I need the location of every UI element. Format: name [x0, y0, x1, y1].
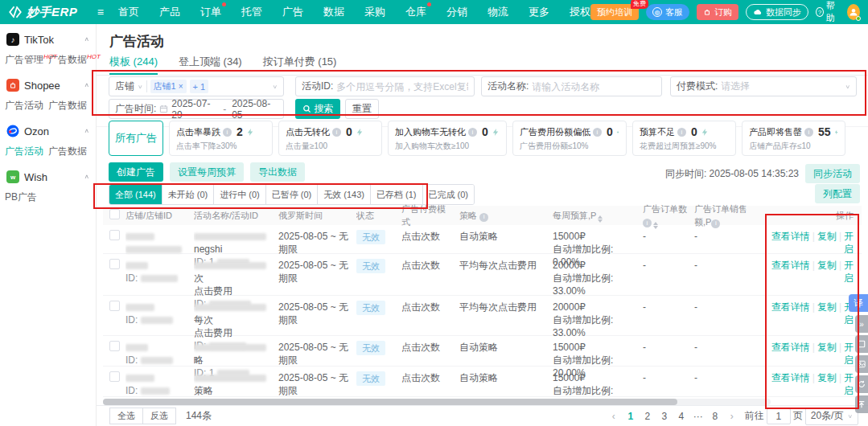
prev-page-button[interactable]: ‹: [607, 411, 621, 422]
copy-link[interactable]: 复制: [817, 260, 837, 271]
tab-pay-per-order[interactable]: 按订单付费 (15): [263, 55, 337, 75]
status-tab-in-progress[interactable]: 进行中 (0): [213, 185, 265, 204]
page-button-3[interactable]: 3: [657, 411, 672, 422]
training-button[interactable]: 预约培训 免费: [590, 4, 639, 20]
sidebar-item-tiktok-ad-data[interactable]: 广告数据HOT: [48, 50, 92, 70]
copy-link[interactable]: 复制: [817, 342, 837, 353]
menu-item-logistics[interactable]: 物流: [487, 5, 508, 19]
sidebar-item-tiktok-ad-manage[interactable]: 广告管理HOT: [5, 50, 48, 70]
stat-card-no-conversion[interactable]: 点击无转化i0 点击量≥100: [278, 121, 382, 156]
stat-card-ctr-drop[interactable]: 点击率暴跌i2 点击率下降≥30%: [169, 121, 273, 156]
copy-link[interactable]: 复制: [817, 372, 837, 383]
image-tool-button[interactable]: [855, 355, 868, 373]
translate-button[interactable]: 译: [849, 294, 868, 312]
sidebar-group-wish[interactable]: w Wish ∧: [0, 165, 96, 187]
app-logo[interactable]: 妙手ERP: [8, 5, 94, 20]
stat-card-sold-out-soon[interactable]: 产品即将售罄i55 店铺产品库存≤10: [742, 121, 845, 156]
tab-template[interactable]: 模板 (244): [109, 55, 158, 75]
help-button[interactable]: ? 帮助: [816, 0, 840, 24]
menu-item-hosting[interactable]: 托管: [241, 5, 262, 19]
copy-link[interactable]: 复制: [817, 403, 837, 403]
date-range-picker[interactable]: 广告时间: 2025-07-29 - 2025-08-05: [109, 99, 284, 119]
select-all-button[interactable]: 全选: [109, 408, 143, 424]
sync-campaign-button[interactable]: 同步活动: [805, 164, 860, 183]
status-tab-archived[interactable]: 已存档 (1): [370, 185, 422, 204]
stat-card-low-ad-share[interactable]: 广告费用份额偏低i0 广告费用份额≤10%: [512, 121, 627, 156]
row-checkbox[interactable]: [109, 371, 120, 382]
next-page-button[interactable]: ›: [725, 411, 739, 422]
menu-item-home[interactable]: 首页: [118, 5, 139, 19]
row-checkbox[interactable]: [109, 341, 120, 351]
page-button-4[interactable]: 4: [674, 411, 689, 422]
pay-mode-select[interactable]: 付费模式: 请选择 ∨: [670, 76, 857, 96]
enable-link[interactable]: 开启: [844, 372, 854, 396]
menu-item-orders[interactable]: 订单: [200, 5, 221, 19]
screenshot-button[interactable]: [855, 335, 868, 353]
refresh-button[interactable]: [855, 375, 868, 393]
customer-service-button[interactable]: ◍ 客服: [646, 4, 689, 20]
menu-item-ads[interactable]: 广告: [282, 5, 303, 19]
view-details-link[interactable]: 查看详情: [771, 372, 810, 383]
enable-link[interactable]: 开启: [844, 260, 854, 284]
menu-item-distribution[interactable]: 分销: [446, 5, 467, 19]
reset-button[interactable]: 重置: [345, 99, 379, 119]
remove-tag-icon[interactable]: ×: [179, 82, 183, 91]
status-tab-not-started[interactable]: 未开始 (0): [162, 185, 214, 204]
campaign-id-input[interactable]: [336, 81, 468, 92]
status-tab-paused[interactable]: 已暂停 (0): [265, 185, 318, 204]
menu-item-data[interactable]: 数据: [323, 5, 344, 19]
sidebar-group-ozon[interactable]: Ozon ∧: [0, 119, 96, 141]
sidebar-item-shopee-campaign[interactable]: 广告活动: [5, 96, 48, 116]
status-tab-invalid[interactable]: 无效 (143): [317, 185, 370, 204]
sidebar-item-shopee-ad-data[interactable]: 广告数据: [48, 96, 92, 116]
view-details-link[interactable]: 查看详情: [771, 231, 810, 242]
enable-link[interactable]: 开启: [844, 403, 854, 403]
view-details-link[interactable]: 查看详情: [771, 342, 810, 353]
view-details-link[interactable]: 查看详情: [771, 403, 810, 403]
shop-select[interactable]: 店铺 ∨ 店铺1× + 1 ∨: [109, 76, 284, 96]
menu-item-purchase[interactable]: 采购: [364, 5, 385, 19]
goto-page-input[interactable]: [767, 408, 791, 424]
search-button[interactable]: 搜索: [295, 99, 340, 119]
page-ellipsis[interactable]: ···: [691, 411, 706, 422]
tab-top-placement[interactable]: 登上顶端 (34): [179, 55, 242, 75]
weekly-budget-button[interactable]: 设置每周预算: [170, 162, 244, 182]
row-checkbox[interactable]: [109, 230, 120, 240]
select-all-checkbox[interactable]: [109, 209, 120, 219]
menu-collapse-icon[interactable]: ≡: [97, 6, 104, 18]
copy-link[interactable]: 复制: [817, 301, 837, 313]
invert-selection-button[interactable]: 反选: [142, 408, 176, 424]
campaign-name-input[interactable]: [532, 81, 656, 92]
menu-item-more[interactable]: 更多: [529, 5, 549, 19]
status-tab-all[interactable]: 全部 (144): [109, 185, 162, 204]
row-checkbox[interactable]: [109, 301, 120, 311]
sidebar-item-wish-pb-ads[interactable]: PB广告: [5, 187, 48, 207]
enable-link[interactable]: 开启: [844, 342, 854, 366]
user-avatar[interactable]: [847, 4, 860, 20]
menu-item-products[interactable]: 产品: [159, 5, 180, 19]
column-config-button[interactable]: 列配置: [815, 184, 860, 203]
menu-item-warehouse[interactable]: 仓库: [405, 5, 426, 19]
stat-card-low-budget[interactable]: 预算不足i0 花费超过周预算≥90%: [632, 121, 736, 156]
subscribe-button[interactable]: 订购: [697, 4, 738, 20]
sort-icon[interactable]: [598, 215, 603, 223]
page-size-select[interactable]: 20条/页∨: [805, 408, 858, 425]
sidebar-item-ozon-ad-data[interactable]: 广告数据: [48, 141, 92, 162]
page-button-1[interactable]: 1: [623, 411, 638, 422]
page-button-8[interactable]: 8: [708, 411, 722, 422]
page-button-2[interactable]: 2: [640, 411, 655, 422]
menu-item-authorization[interactable]: 授权: [570, 5, 590, 19]
copy-link[interactable]: 复制: [817, 231, 837, 242]
view-details-link[interactable]: 查看详情: [771, 260, 810, 271]
sidebar-group-shopee[interactable]: Shopee ∧: [0, 73, 96, 96]
sidebar-item-ozon-campaign[interactable]: 广告活动: [5, 141, 48, 162]
all-ads-button[interactable]: 所有广告: [109, 121, 163, 156]
sidebar-group-tiktok[interactable]: ♪ TikTok ∧: [0, 27, 96, 50]
collapse-panel-button[interactable]: »: [855, 315, 868, 333]
view-details-link[interactable]: 查看详情: [771, 301, 810, 313]
create-ad-button[interactable]: 创建广告: [109, 162, 163, 182]
export-data-button[interactable]: 导出数据: [250, 162, 305, 182]
status-tab-completed[interactable]: 已完成 (0): [422, 185, 475, 204]
back-to-top-button[interactable]: [855, 395, 868, 413]
data-sync-button[interactable]: 数据同步: [746, 4, 808, 20]
